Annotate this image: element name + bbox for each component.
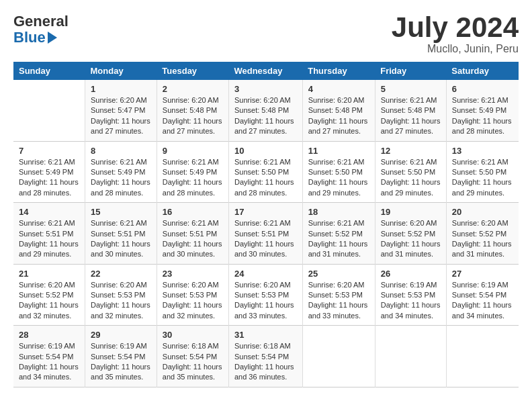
calendar-cell: 20Sunrise: 6:20 AMSunset: 5:52 PMDayligh…: [446, 203, 519, 265]
calendar-table: SundayMondayTuesdayWednesdayThursdayFrid…: [13, 62, 519, 387]
day-number: 2: [163, 84, 223, 94]
day-info: Sunrise: 6:21 AMSunset: 5:49 PMDaylight:…: [91, 157, 151, 199]
day-number: 14: [19, 207, 79, 217]
day-info: Sunrise: 6:19 AMSunset: 5:54 PMDaylight:…: [91, 341, 151, 383]
weekday-header: Monday: [85, 62, 157, 80]
day-number: 13: [452, 146, 513, 156]
weekday-header: Thursday: [302, 62, 375, 80]
day-info: Sunrise: 6:20 AMSunset: 5:53 PMDaylight:…: [163, 280, 223, 322]
day-info: Sunrise: 6:20 AMSunset: 5:53 PMDaylight:…: [308, 280, 369, 322]
header-row: SundayMondayTuesdayWednesdayThursdayFrid…: [13, 62, 519, 80]
calendar-cell: 21Sunrise: 6:20 AMSunset: 5:52 PMDayligh…: [13, 264, 85, 326]
day-number: 31: [234, 330, 297, 340]
day-info: Sunrise: 6:20 AMSunset: 5:47 PMDaylight:…: [91, 95, 151, 137]
calendar-cell: 3Sunrise: 6:20 AMSunset: 5:48 PMDaylight…: [228, 80, 302, 141]
calendar-cell: 28Sunrise: 6:19 AMSunset: 5:54 PMDayligh…: [13, 326, 85, 387]
logo: General Blue: [13, 13, 69, 46]
calendar-cell: [375, 326, 446, 387]
day-number: 25: [308, 269, 369, 279]
calendar-cell: 10Sunrise: 6:21 AMSunset: 5:50 PMDayligh…: [228, 141, 302, 203]
day-info: Sunrise: 6:21 AMSunset: 5:50 PMDaylight:…: [234, 157, 297, 199]
calendar-week-row: 14Sunrise: 6:21 AMSunset: 5:51 PMDayligh…: [13, 203, 519, 265]
calendar-cell: [13, 80, 85, 141]
day-info: Sunrise: 6:21 AMSunset: 5:51 PMDaylight:…: [91, 218, 151, 260]
day-info: Sunrise: 6:20 AMSunset: 5:52 PMDaylight:…: [19, 280, 79, 322]
day-info: Sunrise: 6:21 AMSunset: 5:48 PMDaylight:…: [381, 95, 441, 137]
day-info: Sunrise: 6:18 AMSunset: 5:54 PMDaylight:…: [163, 341, 223, 383]
day-number: 5: [381, 84, 441, 94]
day-info: Sunrise: 6:21 AMSunset: 5:49 PMDaylight:…: [452, 95, 513, 137]
day-info: Sunrise: 6:20 AMSunset: 5:52 PMDaylight:…: [452, 218, 513, 260]
calendar-cell: [302, 326, 375, 387]
calendar-cell: 30Sunrise: 6:18 AMSunset: 5:54 PMDayligh…: [157, 326, 228, 387]
day-info: Sunrise: 6:21 AMSunset: 5:50 PMDaylight:…: [308, 157, 369, 199]
day-number: 3: [234, 84, 297, 94]
day-info: Sunrise: 6:21 AMSunset: 5:49 PMDaylight:…: [19, 157, 79, 199]
day-info: Sunrise: 6:20 AMSunset: 5:48 PMDaylight:…: [234, 95, 297, 137]
logo-arrow-icon: [48, 32, 57, 44]
calendar-cell: 6Sunrise: 6:21 AMSunset: 5:49 PMDaylight…: [446, 80, 519, 141]
calendar-cell: 23Sunrise: 6:20 AMSunset: 5:53 PMDayligh…: [157, 264, 228, 326]
calendar-cell: 4Sunrise: 6:20 AMSunset: 5:48 PMDaylight…: [302, 80, 375, 141]
day-number: 20: [452, 207, 513, 217]
calendar-cell: 19Sunrise: 6:20 AMSunset: 5:52 PMDayligh…: [375, 203, 446, 265]
logo-blue: Blue: [13, 30, 46, 46]
month-year-title: July 2024: [392, 13, 519, 42]
day-info: Sunrise: 6:19 AMSunset: 5:54 PMDaylight:…: [452, 280, 513, 322]
day-number: 15: [91, 207, 151, 217]
calendar-cell: 17Sunrise: 6:21 AMSunset: 5:51 PMDayligh…: [228, 203, 302, 265]
calendar-cell: 7Sunrise: 6:21 AMSunset: 5:49 PMDaylight…: [13, 141, 85, 203]
calendar-cell: 12Sunrise: 6:21 AMSunset: 5:50 PMDayligh…: [375, 141, 446, 203]
calendar-cell: 5Sunrise: 6:21 AMSunset: 5:48 PMDaylight…: [375, 80, 446, 141]
calendar-cell: 26Sunrise: 6:19 AMSunset: 5:53 PMDayligh…: [375, 264, 446, 326]
calendar-cell: 8Sunrise: 6:21 AMSunset: 5:49 PMDaylight…: [85, 141, 157, 203]
logo-general: General: [13, 13, 69, 30]
day-info: Sunrise: 6:20 AMSunset: 5:48 PMDaylight:…: [308, 95, 369, 137]
day-number: 27: [452, 269, 513, 279]
calendar-cell: 2Sunrise: 6:20 AMSunset: 5:48 PMDaylight…: [157, 80, 228, 141]
day-info: Sunrise: 6:19 AMSunset: 5:54 PMDaylight:…: [19, 341, 79, 383]
day-number: 10: [234, 146, 297, 156]
title-section: July 2024 Mucllo, Junin, Peru: [392, 13, 519, 55]
day-info: Sunrise: 6:21 AMSunset: 5:51 PMDaylight:…: [19, 218, 79, 260]
calendar-week-row: 21Sunrise: 6:20 AMSunset: 5:52 PMDayligh…: [13, 264, 519, 326]
day-info: Sunrise: 6:20 AMSunset: 5:52 PMDaylight:…: [381, 218, 441, 260]
day-info: Sunrise: 6:20 AMSunset: 5:48 PMDaylight:…: [163, 95, 223, 137]
day-number: 18: [308, 207, 369, 217]
day-info: Sunrise: 6:19 AMSunset: 5:53 PMDaylight:…: [381, 280, 441, 322]
calendar-week-row: 7Sunrise: 6:21 AMSunset: 5:49 PMDaylight…: [13, 141, 519, 203]
calendar-cell: 9Sunrise: 6:21 AMSunset: 5:49 PMDaylight…: [157, 141, 228, 203]
day-number: 22: [91, 269, 151, 279]
day-number: 17: [234, 207, 297, 217]
day-info: Sunrise: 6:21 AMSunset: 5:50 PMDaylight:…: [452, 157, 513, 199]
calendar-cell: 24Sunrise: 6:20 AMSunset: 5:53 PMDayligh…: [228, 264, 302, 326]
day-number: 21: [19, 269, 79, 279]
day-number: 4: [308, 84, 369, 94]
day-number: 16: [163, 207, 223, 217]
calendar-cell: 11Sunrise: 6:21 AMSunset: 5:50 PMDayligh…: [302, 141, 375, 203]
day-number: 23: [163, 269, 223, 279]
day-info: Sunrise: 6:20 AMSunset: 5:53 PMDaylight:…: [234, 280, 297, 322]
weekday-header: Wednesday: [228, 62, 302, 80]
calendar-cell: 18Sunrise: 6:21 AMSunset: 5:52 PMDayligh…: [302, 203, 375, 265]
calendar-cell: 13Sunrise: 6:21 AMSunset: 5:50 PMDayligh…: [446, 141, 519, 203]
calendar-cell: 31Sunrise: 6:18 AMSunset: 5:54 PMDayligh…: [228, 326, 302, 387]
calendar-cell: 22Sunrise: 6:20 AMSunset: 5:53 PMDayligh…: [85, 264, 157, 326]
day-number: 9: [163, 146, 223, 156]
day-number: 24: [234, 269, 297, 279]
calendar-cell: 15Sunrise: 6:21 AMSunset: 5:51 PMDayligh…: [85, 203, 157, 265]
day-info: Sunrise: 6:21 AMSunset: 5:51 PMDaylight:…: [163, 218, 223, 260]
day-info: Sunrise: 6:18 AMSunset: 5:54 PMDaylight:…: [234, 341, 297, 383]
day-number: 1: [91, 84, 151, 94]
day-number: 7: [19, 146, 79, 156]
page-header: General Blue July 2024 Mucllo, Junin, Pe…: [13, 13, 519, 55]
calendar-cell: 1Sunrise: 6:20 AMSunset: 5:47 PMDaylight…: [85, 80, 157, 141]
day-number: 11: [308, 146, 369, 156]
weekday-header: Saturday: [446, 62, 519, 80]
day-number: 19: [381, 207, 441, 217]
day-info: Sunrise: 6:21 AMSunset: 5:51 PMDaylight:…: [234, 218, 297, 260]
calendar-cell: [446, 326, 519, 387]
weekday-header: Friday: [375, 62, 446, 80]
calendar-week-row: 1Sunrise: 6:20 AMSunset: 5:47 PMDaylight…: [13, 80, 519, 141]
weekday-header: Sunday: [13, 62, 85, 80]
